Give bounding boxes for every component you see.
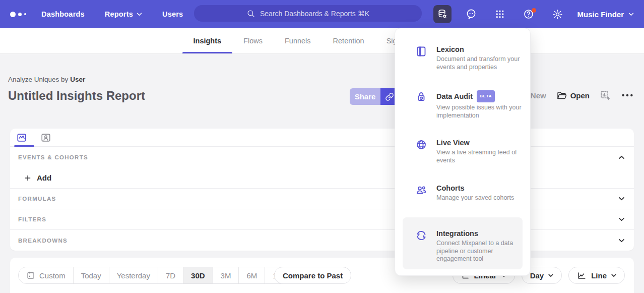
range-3m[interactable]: 3M (213, 267, 239, 283)
profiles-view-tab[interactable] (40, 132, 52, 144)
menu-item-description: View possible issues with your implement… (436, 104, 526, 120)
chevron-down-icon[interactable] (618, 197, 625, 201)
section-label: FORMULAS (18, 196, 56, 202)
chevron-up-icon[interactable] (618, 155, 625, 159)
compare-to-past-button[interactable]: Compare to Past (274, 267, 351, 284)
chevron-down-icon[interactable] (618, 217, 625, 221)
search-input[interactable]: Search Dashboards & Reports ⌘K (194, 5, 422, 22)
nav-users[interactable]: Users (162, 10, 183, 18)
insights-chart-icon (16, 132, 27, 143)
help-button[interactable] (520, 5, 538, 23)
menu-item-lexicon[interactable]: Lexicon Document and transform your even… (395, 45, 530, 71)
menu-item-title: Data Audit BETA (436, 90, 526, 102)
date-range-segmented-control: Custom Today Yesterday 7D 30D 3M 6M 12M (18, 267, 295, 284)
apps-grid-button[interactable] (491, 5, 509, 23)
project-switcher[interactable]: Music Finder (577, 10, 634, 19)
events-view-tab[interactable] (16, 132, 28, 144)
calendar-icon (26, 271, 35, 280)
lexicon-book-icon (415, 45, 427, 57)
range-30d[interactable]: 30D (183, 267, 213, 283)
topbar-actions: Music Finder (433, 0, 634, 28)
project-name: Music Finder (577, 10, 624, 19)
topbar: Dashboards Reports Users Search Dashboar… (0, 0, 644, 28)
cohorts-people-icon (415, 184, 427, 196)
chart-type-selector[interactable]: Line (568, 267, 625, 284)
live-view-globe-icon (415, 139, 427, 151)
folder-icon (556, 90, 567, 101)
nav-dashboards[interactable]: Dashboards (41, 10, 85, 18)
settings-button[interactable] (548, 5, 566, 23)
beta-badge: BETA (477, 90, 495, 102)
data-audit-lock-icon (415, 91, 427, 103)
menu-item-data-audit[interactable]: Data Audit BETA View possible issues wit… (395, 90, 530, 120)
tab-retention[interactable]: Retention (322, 28, 375, 53)
range-7d[interactable]: 7D (158, 267, 183, 283)
line-chart-icon (577, 271, 587, 280)
menu-item-title: Lexicon (436, 45, 526, 54)
analyze-prefix: Analyze Uniques by (8, 76, 68, 83)
section-label: BREAKDOWNS (18, 238, 68, 244)
range-custom[interactable]: Custom (19, 267, 74, 283)
add-to-dashboard-button[interactable] (600, 90, 611, 101)
open-report-button[interactable]: Open (556, 90, 590, 101)
range-yesterday[interactable]: Yesterday (109, 267, 158, 283)
plus-icon (24, 174, 32, 182)
more-options-icon (621, 92, 634, 99)
section-formulas[interactable]: FORMULAS (10, 189, 634, 209)
share-button[interactable]: Share (350, 88, 380, 105)
analyze-entity[interactable]: User (70, 76, 85, 83)
top-navigation: Dashboards Reports Users (41, 10, 183, 18)
data-management-button[interactable] (433, 5, 452, 23)
search-placeholder: Search Dashboards & Reports ⌘K (260, 10, 369, 18)
chart-controls-panel: Custom Today Yesterday 7D 30D 3M 6M 12M … (10, 258, 634, 293)
range-6m[interactable]: 6M (239, 267, 265, 283)
grid-dots-icon (494, 9, 505, 20)
tab-flows[interactable]: Flows (232, 28, 274, 53)
range-label: Custom (39, 271, 66, 280)
more-options-button[interactable] (621, 92, 634, 99)
feedback-bubble-icon (465, 8, 477, 20)
section-breakdowns[interactable]: BREAKDOWNS (10, 230, 634, 251)
menu-item-integrations[interactable]: Integrations Connect Mixpanel to a data … (395, 229, 530, 263)
tab-funnels[interactable]: Funnels (274, 28, 322, 53)
analyze-subtitle: Analyze Uniques byUser (8, 76, 85, 83)
notification-dot (532, 8, 536, 13)
feedback-button[interactable] (462, 5, 480, 23)
menu-item-title-text: Data Audit (436, 92, 473, 101)
link-icon (385, 92, 394, 101)
open-label: Open (570, 91, 590, 100)
section-events-cohorts[interactable]: EVENTS & COHORTS (10, 147, 634, 167)
mixpanel-logo-icon[interactable] (10, 12, 32, 17)
share-split-button: Share (350, 88, 399, 105)
range-today[interactable]: Today (74, 267, 109, 283)
menu-item-description: View a live streaming feed of events (436, 149, 526, 164)
events-add-row: Add (10, 167, 634, 189)
page-title[interactable]: Untitled Insights Report (8, 89, 145, 103)
report-tabbar: Insights Flows Funnels Retention Signal … (0, 28, 644, 54)
menu-item-title: Live View (436, 138, 526, 147)
section-label: EVENTS & COHORTS (18, 154, 88, 160)
menu-item-description: Connect Mixpanel to a data pipeline or c… (436, 240, 526, 263)
nav-reports[interactable]: Reports (105, 10, 142, 18)
data-management-menu: Lexicon Document and transform your even… (395, 28, 531, 276)
chevron-down-icon[interactable] (618, 239, 625, 243)
section-filters[interactable]: FILTERS (10, 209, 634, 230)
menu-item-cohorts[interactable]: Cohorts Manage your saved cohorts (395, 184, 530, 202)
menu-item-live-view[interactable]: Live View View a live streaming feed of … (395, 138, 530, 164)
add-label: Add (37, 173, 51, 182)
nav-reports-label: Reports (105, 10, 133, 18)
new-label: New (531, 91, 546, 100)
tab-insights[interactable]: Insights (182, 28, 233, 53)
interval-label: Day (530, 271, 544, 280)
chevron-down-icon (628, 13, 634, 16)
search-icon (246, 9, 255, 18)
integrations-sync-icon (415, 229, 427, 242)
menu-item-description: Document and transform your events and p… (436, 55, 526, 71)
query-view-tabs (10, 129, 634, 147)
chevron-down-icon (137, 13, 142, 16)
database-gear-icon (437, 9, 448, 20)
menu-item-title: Integrations (436, 229, 526, 238)
add-event-button[interactable]: Add (24, 173, 51, 182)
add-to-dashboard-icon (600, 90, 611, 101)
chart-type-label: Line (591, 271, 607, 280)
